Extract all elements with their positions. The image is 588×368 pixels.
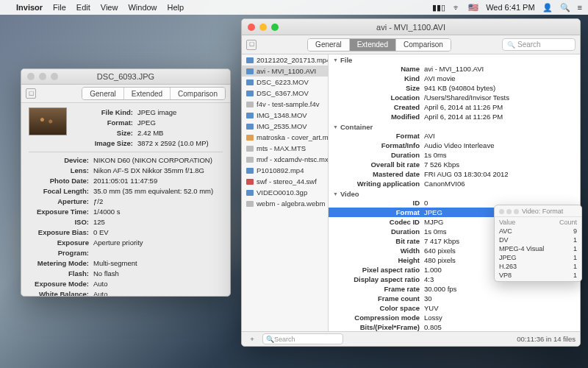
property-row: Metering Mode:Multi-segment: [29, 258, 223, 269]
menu-file[interactable]: File: [53, 3, 66, 12]
app-menu[interactable]: Invisor: [16, 3, 43, 12]
user-icon[interactable]: 👤: [542, 3, 553, 13]
file-icon: [246, 168, 254, 174]
stats-value: MPEG-4 Visual: [499, 244, 555, 253]
notification-icon[interactable]: ≡: [578, 3, 582, 12]
file-item[interactable]: DSC_6367.MOV: [242, 88, 328, 99]
detail-row[interactable]: Nameavi - MVI_1100.AVI: [329, 64, 580, 74]
stats-popover[interactable]: Video: Format Value Count AVC9DV1MPEG-4 …: [494, 205, 582, 282]
tab-extended[interactable]: Extended: [350, 39, 396, 51]
clock[interactable]: Wed 6:41 PM: [486, 3, 534, 12]
file-item[interactable]: DSC_6223.MOV: [242, 77, 328, 88]
stats-row[interactable]: DV1: [495, 236, 581, 244]
menu-window[interactable]: Window: [128, 3, 157, 12]
property-key: White Balance:: [29, 289, 93, 296]
stats-row[interactable]: MPEG-4 Visual1: [495, 244, 581, 253]
file-item[interactable]: avi - MVI_1100.AVI: [242, 66, 328, 77]
toggle-sidebar-icon[interactable]: ☐: [246, 40, 257, 50]
toggle-sidebar-icon[interactable]: ☐: [26, 88, 36, 99]
file-item[interactable]: IMG_2535.MOV: [242, 121, 328, 132]
detail-pane[interactable]: File Nameavi - MVI_1100.AVIKindAVI movie…: [329, 54, 580, 331]
file-icon: [246, 157, 254, 163]
detail-key: Bit rate: [329, 236, 424, 246]
file-item[interactable]: VIDEO0010.3gp: [242, 187, 328, 198]
titlebar[interactable]: avi - MVI_1100.AVI: [242, 19, 580, 35]
detail-key: Compression mode: [329, 313, 424, 322]
menu-edit[interactable]: Edit: [76, 3, 90, 12]
detail-row[interactable]: Frame rate30.000 fps: [329, 284, 580, 294]
detail-value: AVI: [424, 131, 580, 141]
tab-comparison[interactable]: Comparison: [171, 88, 225, 99]
stats-row[interactable]: VP81: [495, 271, 581, 280]
property-value: ƒ/2: [93, 197, 223, 207]
search-input[interactable]: Search: [502, 38, 576, 51]
stats-row[interactable]: AVC9: [495, 227, 581, 236]
detail-row[interactable]: Writing applicationCanonMVI06: [329, 179, 580, 188]
detail-row[interactable]: FormatAVI: [329, 131, 580, 141]
detail-row[interactable]: Format/InfoAudio Video Interleave: [329, 141, 580, 150]
wifi-icon[interactable]: ᯤ: [453, 3, 461, 12]
file-item[interactable]: webm - algebra.webm: [242, 198, 328, 209]
stats-row[interactable]: H.2631: [495, 262, 581, 271]
file-name: IMG_2535.MOV: [257, 122, 307, 130]
detail-row[interactable]: Color spaceYUV: [329, 303, 580, 313]
input-flag-icon[interactable]: 🇺🇸: [468, 3, 478, 13]
property-key: Aperture:: [29, 197, 93, 207]
property-row: Size:2.42 MB: [73, 128, 223, 138]
file-item[interactable]: 20121202_201713.mp4: [242, 54, 328, 66]
file-item[interactable]: P1010892.mp4: [242, 165, 328, 176]
file-item[interactable]: IMG_1348.MOV: [242, 110, 328, 121]
detail-row[interactable]: Bits/(Pixel*Frame)0.805: [329, 322, 580, 331]
file-item[interactable]: matroska - cover_art.mkv: [242, 132, 328, 143]
detail-row[interactable]: CreatedApril 6, 2014 at 11:26 PM: [329, 102, 580, 112]
detail-key: Format: [329, 208, 424, 217]
property-row: Exposure Program:Aperture priority: [29, 238, 223, 258]
file-item[interactable]: swf - stereo_44.swf: [242, 176, 328, 187]
property-row: Flash:No flash: [29, 269, 223, 279]
property-value: Aperture priority: [93, 238, 223, 258]
detail-row[interactable]: KindAVI movie: [329, 74, 580, 83]
stats-value: H.263: [499, 262, 555, 271]
detail-row[interactable]: Frame count30: [329, 294, 580, 303]
detail-row[interactable]: Size941 KB (940804 bytes): [329, 83, 580, 93]
detail-row[interactable]: Duration1s 0ms: [329, 150, 580, 160]
detail-key: ID: [329, 198, 424, 208]
detail-value: April 6, 2014 at 11:26 PM: [424, 112, 580, 121]
stats-count: 1: [555, 253, 577, 262]
detail-row[interactable]: Mastered dateFRI AUG 03 18:30:04 2012: [329, 169, 580, 179]
footer-search-input[interactable]: 🔍 Search: [262, 333, 343, 344]
detail-row[interactable]: Compression modeLossy: [329, 313, 580, 322]
tab-general[interactable]: General: [82, 88, 124, 99]
col-count: Count: [555, 219, 577, 226]
titlebar[interactable]: DSC_6093.JPG: [21, 69, 230, 85]
tab-comparison[interactable]: Comparison: [396, 39, 451, 51]
add-button[interactable]: +: [246, 335, 258, 343]
menu-view[interactable]: View: [101, 3, 118, 12]
file-list[interactable]: 20121202_201713.mp4avi - MVI_1100.AVIDSC…: [242, 54, 329, 331]
spotlight-icon[interactable]: 🔍: [560, 3, 570, 13]
stats-row[interactable]: JPEG1: [495, 253, 581, 262]
file-icon: [246, 146, 254, 152]
section-file[interactable]: File: [329, 54, 580, 64]
property-row: Photo Date:2011:05:01 11:47:59: [29, 176, 223, 186]
file-item[interactable]: f4v - test-sample.f4v: [242, 99, 328, 110]
detail-row[interactable]: ModifiedApril 6, 2014 at 11:26 PM: [329, 112, 580, 121]
property-value: Auto: [93, 279, 223, 289]
file-item[interactable]: mts - MAX.MTS: [242, 143, 328, 154]
detail-row[interactable]: Overall bit rate7 526 Kbps: [329, 160, 580, 169]
section-video[interactable]: Video: [329, 188, 580, 198]
file-item[interactable]: mxf - xdcamdv-ntsc.mxf: [242, 154, 328, 165]
detail-key: Pixel aspect ratio: [329, 265, 424, 275]
detail-value: 30: [424, 294, 580, 303]
detail-row[interactable]: Location/Users/Shared/Invisor Tests: [329, 93, 580, 102]
detail-key: Height: [329, 255, 424, 265]
section-container[interactable]: Container: [329, 121, 580, 131]
tab-general[interactable]: General: [308, 39, 350, 51]
tab-extended[interactable]: Extended: [124, 88, 171, 99]
menu-help[interactable]: Help: [168, 3, 184, 12]
window-title: avi - MVI_1100.AVI: [242, 23, 580, 32]
battery-icon[interactable]: ▮▮▯: [432, 3, 445, 13]
detail-value: FRI AUG 03 18:30:04 2012: [424, 169, 580, 179]
property-key: Flash:: [29, 269, 93, 279]
window-title: DSC_6093.JPG: [21, 72, 230, 81]
